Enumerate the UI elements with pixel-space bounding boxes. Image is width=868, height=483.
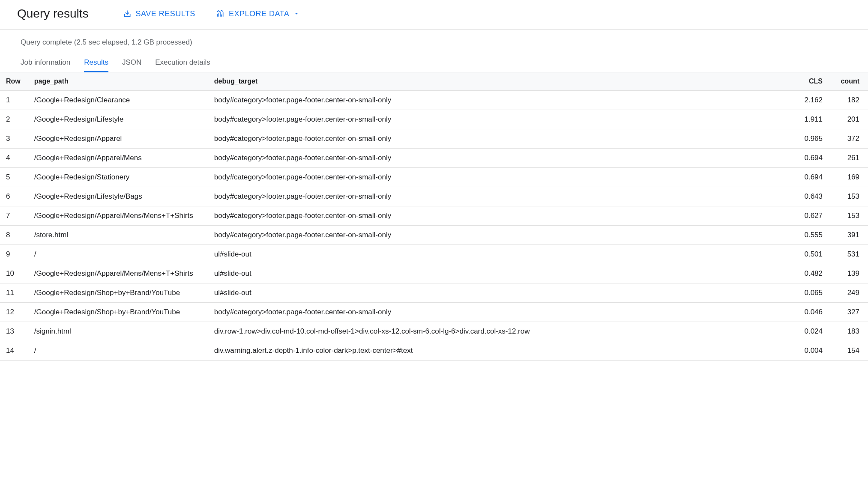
- cell-page-path: /Google+Redesign/Shop+by+Brand/YouTube: [27, 303, 207, 322]
- cell-count: 327: [829, 303, 868, 322]
- cell-count: 182: [829, 91, 868, 110]
- cell-row: 1: [0, 91, 27, 110]
- cell-debug-target: body#category>footer.page-footer.center-…: [207, 303, 795, 322]
- cell-debug-target: ul#slide-out: [207, 283, 795, 303]
- col-header-debug-target[interactable]: debug_target: [207, 72, 795, 91]
- cell-page-path: /signin.html: [27, 322, 207, 341]
- cell-page-path: /: [27, 341, 207, 361]
- result-tabs: Job informationResultsJSONExecution deta…: [0, 54, 868, 72]
- save-results-button[interactable]: SAVE RESULTS: [123, 9, 195, 18]
- table-row[interactable]: 14/div.warning.alert.z-depth-1.info-colo…: [0, 341, 868, 361]
- cell-count: 261: [829, 149, 868, 168]
- cell-row: 9: [0, 245, 27, 264]
- cell-debug-target: ul#slide-out: [207, 245, 795, 264]
- cell-debug-target: body#category>footer.page-footer.center-…: [207, 187, 795, 206]
- cell-row: 2: [0, 110, 27, 129]
- cell-cls: 2.162: [795, 91, 829, 110]
- cell-debug-target: body#category>footer.page-footer.center-…: [207, 168, 795, 187]
- cell-count: 372: [829, 129, 868, 149]
- cell-page-path: /Google+Redesign/Shop+by+Brand/YouTube: [27, 283, 207, 303]
- tab-json[interactable]: JSON: [122, 54, 141, 72]
- cell-row: 11: [0, 283, 27, 303]
- cell-cls: 1.911: [795, 110, 829, 129]
- cell-count: 249: [829, 283, 868, 303]
- cell-count: 391: [829, 226, 868, 245]
- cell-debug-target: body#category>footer.page-footer.center-…: [207, 129, 795, 149]
- cell-row: 13: [0, 322, 27, 341]
- table-row[interactable]: 5/Google+Redesign/Stationerybody#categor…: [0, 168, 868, 187]
- col-header-row[interactable]: Row: [0, 72, 27, 91]
- cell-count: 169: [829, 168, 868, 187]
- cell-row: 8: [0, 226, 27, 245]
- results-table: Row page_path debug_target CLS count 1/G…: [0, 72, 868, 361]
- query-status: Query complete (2.5 sec elapsed, 1.2 GB …: [0, 30, 868, 54]
- cell-row: 10: [0, 264, 27, 283]
- table-row[interactable]: 2/Google+Redesign/Lifestylebody#category…: [0, 110, 868, 129]
- cell-count: 153: [829, 187, 868, 206]
- cell-debug-target: body#category>footer.page-footer.center-…: [207, 110, 795, 129]
- cell-page-path: /Google+Redesign/Clearance: [27, 91, 207, 110]
- cell-page-path: /Google+Redesign/Apparel/Mens/Mens+T+Shi…: [27, 206, 207, 226]
- col-header-page-path[interactable]: page_path: [27, 72, 207, 91]
- cell-page-path: /Google+Redesign/Lifestyle/Bags: [27, 187, 207, 206]
- table-row[interactable]: 9/ul#slide-out0.501531: [0, 245, 868, 264]
- cell-count: 183: [829, 322, 868, 341]
- cell-debug-target: div.row-1.row>div.col-md-10.col-md-offse…: [207, 322, 795, 341]
- table-row[interactable]: 11/Google+Redesign/Shop+by+Brand/YouTube…: [0, 283, 868, 303]
- cell-debug-target: body#category>footer.page-footer.center-…: [207, 149, 795, 168]
- tab-execution-details[interactable]: Execution details: [155, 54, 210, 72]
- cell-page-path: /Google+Redesign/Apparel: [27, 129, 207, 149]
- cell-debug-target: body#category>footer.page-footer.center-…: [207, 206, 795, 226]
- cell-row: 6: [0, 187, 27, 206]
- cell-page-path: /Google+Redesign/Apparel/Mens: [27, 149, 207, 168]
- cell-count: 154: [829, 341, 868, 361]
- cell-row: 3: [0, 129, 27, 149]
- table-row[interactable]: 6/Google+Redesign/Lifestyle/Bagsbody#cat…: [0, 187, 868, 206]
- cell-cls: 0.694: [795, 149, 829, 168]
- cell-row: 14: [0, 341, 27, 361]
- results-header: Query results SAVE RESULTS EXPLORE DATA: [0, 0, 868, 30]
- cell-cls: 0.004: [795, 341, 829, 361]
- table-row[interactable]: 12/Google+Redesign/Shop+by+Brand/YouTube…: [0, 303, 868, 322]
- cell-cls: 0.965: [795, 129, 829, 149]
- table-row[interactable]: 10/Google+Redesign/Apparel/Mens/Mens+T+S…: [0, 264, 868, 283]
- chevron-down-icon: [293, 11, 299, 17]
- cell-row: 4: [0, 149, 27, 168]
- table-row[interactable]: 1/Google+Redesign/Clearancebody#category…: [0, 91, 868, 110]
- cell-count: 201: [829, 110, 868, 129]
- cell-count: 139: [829, 264, 868, 283]
- cell-page-path: /Google+Redesign/Stationery: [27, 168, 207, 187]
- chart-icon: [216, 9, 224, 18]
- save-results-label: SAVE RESULTS: [136, 9, 195, 18]
- explore-data-button[interactable]: EXPLORE DATA: [216, 9, 304, 18]
- table-row[interactable]: 8/store.htmlbody#category>footer.page-fo…: [0, 226, 868, 245]
- table-header-row: Row page_path debug_target CLS count: [0, 72, 868, 91]
- table-row[interactable]: 7/Google+Redesign/Apparel/Mens/Mens+T+Sh…: [0, 206, 868, 226]
- table-row[interactable]: 13/signin.htmldiv.row-1.row>div.col-md-1…: [0, 322, 868, 341]
- cell-debug-target: ul#slide-out: [207, 264, 795, 283]
- cell-cls: 0.024: [795, 322, 829, 341]
- col-header-cls[interactable]: CLS: [795, 72, 829, 91]
- cell-cls: 0.643: [795, 187, 829, 206]
- cell-cls: 0.555: [795, 226, 829, 245]
- page-title: Query results: [17, 7, 89, 21]
- cell-cls: 0.482: [795, 264, 829, 283]
- cell-page-path: /Google+Redesign/Apparel/Mens/Mens+T+Shi…: [27, 264, 207, 283]
- col-header-count[interactable]: count: [829, 72, 868, 91]
- cell-cls: 0.501: [795, 245, 829, 264]
- cell-row: 5: [0, 168, 27, 187]
- cell-cls: 0.065: [795, 283, 829, 303]
- cell-page-path: /Google+Redesign/Lifestyle: [27, 110, 207, 129]
- tab-job-information[interactable]: Job information: [21, 54, 70, 72]
- cell-page-path: /store.html: [27, 226, 207, 245]
- tab-results[interactable]: Results: [84, 54, 108, 72]
- cell-cls: 0.627: [795, 206, 829, 226]
- table-row[interactable]: 3/Google+Redesign/Apparelbody#category>f…: [0, 129, 868, 149]
- cell-row: 7: [0, 206, 27, 226]
- cell-debug-target: body#category>footer.page-footer.center-…: [207, 91, 795, 110]
- cell-row: 12: [0, 303, 27, 322]
- cell-page-path: /: [27, 245, 207, 264]
- cell-debug-target: body#category>footer.page-footer.center-…: [207, 226, 795, 245]
- cell-cls: 0.694: [795, 168, 829, 187]
- table-row[interactable]: 4/Google+Redesign/Apparel/Mensbody#categ…: [0, 149, 868, 168]
